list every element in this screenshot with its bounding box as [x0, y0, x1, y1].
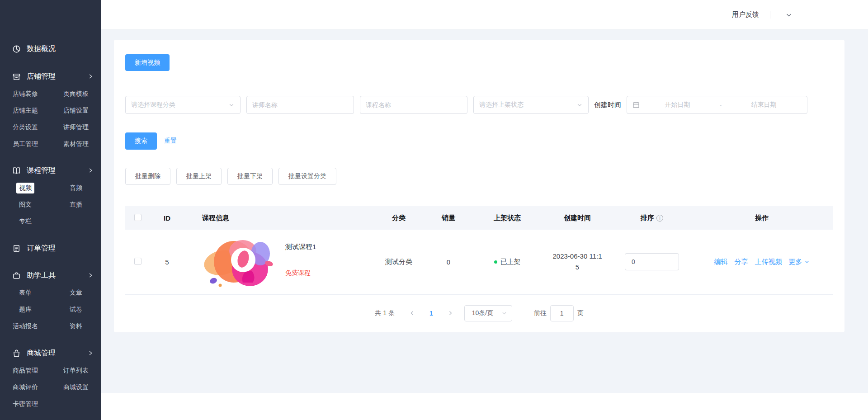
sidebar-item-card-key-management[interactable]: 卡密管理: [0, 396, 51, 412]
pagination: 共 1 条 1 10条/页 前往 页: [125, 305, 833, 321]
mall-submenu: 商品管理 订单列表 商城评价 商城设置 卡密管理: [0, 362, 101, 412]
table-row: 5: [125, 230, 833, 294]
video-list-card: 新增视频 请选择课程分类 请选择上架状态: [114, 40, 844, 332]
sidebar-item-store-settings[interactable]: 店铺设置: [51, 102, 101, 119]
col-header-course-info: 课程信息: [184, 206, 374, 230]
share-link[interactable]: 分享: [735, 258, 748, 266]
sidebar-item-shop-management[interactable]: 店铺管理: [0, 67, 101, 85]
sidebar-item-order-management[interactable]: 订单管理: [0, 239, 101, 257]
sidebar-item-order-list[interactable]: 订单列表: [51, 362, 101, 379]
sidebar-item-video[interactable]: 视频: [0, 179, 51, 196]
user-feedback-link[interactable]: 用户反馈: [732, 10, 759, 19]
sidebar-item-mall-settings[interactable]: 商城设置: [51, 379, 101, 396]
lecturer-name-field-wrap: [246, 96, 354, 114]
sidebar-item-article[interactable]: 文章: [51, 284, 101, 301]
goto-page: 前往 页: [534, 305, 584, 321]
batch-delete-button[interactable]: 批量删除: [125, 168, 170, 185]
goto-label: 前往: [534, 309, 547, 317]
page-body: 新增视频 请选择课程分类 请选择上架状态: [101, 30, 868, 393]
calendar-icon: [632, 101, 640, 109]
sidebar-item-mall-reviews[interactable]: 商城评价: [0, 379, 51, 396]
page-number-current[interactable]: 1: [420, 310, 443, 317]
main-area: 用户反馈 新增视频 请选择课程分类: [101, 0, 868, 420]
prev-page-button[interactable]: [405, 310, 420, 316]
sidebar-item-label: 数据概况: [27, 44, 56, 54]
top-header: 用户反馈: [101, 0, 868, 30]
sidebar-item-material-management[interactable]: 素材管理: [51, 136, 101, 152]
sidebar-item-audio[interactable]: 音频: [51, 179, 101, 196]
col-header-created: 创建时间: [541, 206, 613, 230]
batch-publish-button[interactable]: 批量上架: [176, 168, 222, 185]
pie-chart-icon: [12, 44, 21, 53]
sidebar-item-column[interactable]: 专栏: [0, 213, 51, 230]
create-time-label: 创建时间: [594, 101, 621, 109]
sidebar-item-mall-management[interactable]: 商城管理: [0, 344, 101, 362]
sort-order-input[interactable]: [625, 253, 679, 270]
sidebar-item-live[interactable]: 直播: [51, 196, 101, 213]
chevron-down-icon: [576, 102, 583, 108]
sidebar-item-activity-signup[interactable]: 活动报名: [0, 318, 51, 335]
sidebar-item-lecturer-management[interactable]: 讲师管理: [51, 119, 101, 136]
page-size-select[interactable]: 10条/页: [464, 305, 512, 321]
reset-button[interactable]: 重置: [164, 137, 177, 145]
batch-unpublish-button[interactable]: 批量下架: [227, 168, 273, 185]
sidebar-item-question-bank[interactable]: 题库: [0, 301, 51, 318]
date-range-separator: -: [715, 101, 726, 109]
row-sales: 0: [424, 230, 473, 294]
chevron-right-icon: [88, 350, 93, 356]
sidebar-item-image-text[interactable]: 图文: [0, 196, 51, 213]
header-divider: [770, 11, 770, 19]
sidebar: 数据概况 店铺管理 店铺装修 页面模板 店铺主题 店铺设置 分类设置 讲师管理 …: [0, 0, 101, 420]
header-divider: [719, 11, 719, 19]
course-text: 测试课程1 免费课程: [285, 240, 316, 283]
sidebar-item-product-management[interactable]: 商品管理: [0, 362, 51, 379]
course-category-select[interactable]: 请选择课程分类: [125, 96, 241, 114]
sidebar-item-study-tools[interactable]: 助学工具: [0, 266, 101, 284]
col-header-category: 分类: [374, 206, 424, 230]
sidebar-item-store-decorate[interactable]: 店铺装修: [0, 85, 51, 102]
app-root: 数据概况 店铺管理 店铺装修 页面模板 店铺主题 店铺设置 分类设置 讲师管理 …: [0, 0, 868, 420]
sort-info-icon[interactable]: i: [656, 215, 663, 222]
sidebar-item-staff-management[interactable]: 员工管理: [0, 136, 51, 152]
sidebar-item-data-overview[interactable]: 数据概况: [0, 40, 101, 58]
course-name-input[interactable]: [366, 101, 462, 109]
chevron-down-icon: [804, 259, 810, 264]
briefcase-icon: [12, 271, 21, 280]
sidebar-item-page-template[interactable]: 页面模板: [51, 85, 101, 102]
sidebar-item-label: 商城管理: [27, 349, 56, 358]
chevron-right-icon: [88, 168, 93, 173]
sidebar-item-label: 课程管理: [27, 166, 56, 175]
status-text: 已上架: [500, 258, 521, 266]
chevron-right-icon: [88, 273, 93, 278]
batch-set-category-button[interactable]: 批量设置分类: [278, 168, 336, 185]
bag-icon: [12, 349, 21, 358]
sidebar-item-store-theme[interactable]: 店铺主题: [0, 102, 51, 119]
shop-icon: [12, 72, 21, 81]
lecturer-name-input[interactable]: [252, 101, 348, 109]
sidebar-item-course-management[interactable]: 课程管理: [0, 161, 101, 179]
more-dropdown-link[interactable]: 更多: [789, 258, 810, 266]
col-header-actions: 操作: [690, 206, 833, 230]
sidebar-item-materials[interactable]: 资料: [51, 318, 101, 335]
create-time-range-picker[interactable]: 开始日期 - 结束日期: [627, 96, 807, 114]
account-chevron-down-icon[interactable]: [785, 11, 793, 19]
sidebar-item-exam-paper[interactable]: 试卷: [51, 301, 101, 318]
start-date-placeholder[interactable]: 开始日期: [640, 101, 715, 109]
sidebar-item-category-settings[interactable]: 分类设置: [0, 119, 51, 136]
filter-bar: 请选择课程分类 请选择上架状态 创建时间: [125, 96, 833, 114]
row-checkbox[interactable]: [134, 258, 142, 265]
sidebar-item-form[interactable]: 表单: [0, 284, 51, 301]
next-page-button[interactable]: [443, 310, 458, 316]
add-video-button[interactable]: 新增视频: [125, 54, 170, 71]
listing-status-select[interactable]: 请选择上架状态: [473, 96, 589, 114]
col-header-status: 上架状态: [473, 206, 541, 230]
end-date-placeholder[interactable]: 结束日期: [726, 101, 802, 109]
search-button[interactable]: 搜索: [125, 132, 157, 150]
goto-page-input[interactable]: [550, 305, 574, 321]
upload-video-link[interactable]: 上传视频: [755, 258, 782, 266]
col-header-id: ID: [150, 206, 184, 230]
page-suffix-label: 页: [577, 309, 584, 317]
edit-link[interactable]: 编辑: [714, 258, 728, 266]
row-created-time: 2023-06-30 11:15: [552, 251, 602, 273]
select-all-checkbox[interactable]: [134, 214, 142, 221]
